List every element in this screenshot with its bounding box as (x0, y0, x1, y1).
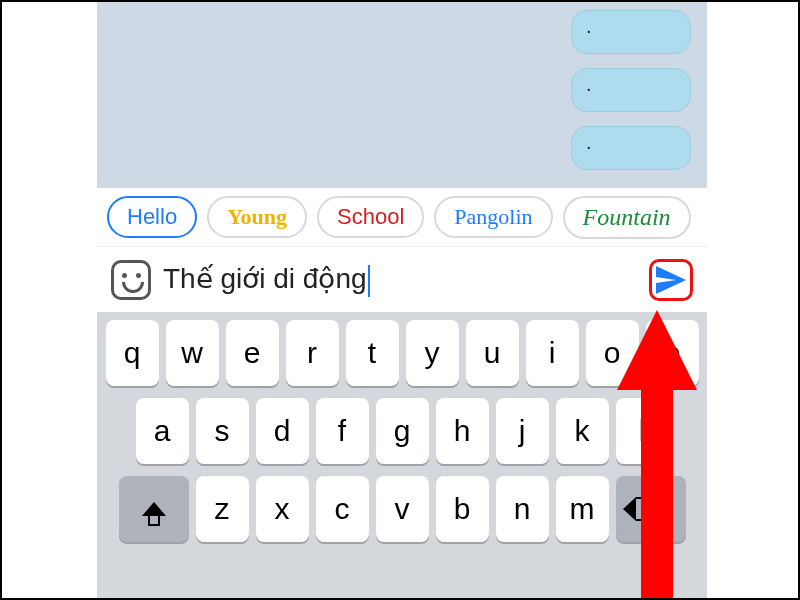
keyboard: q w e r t y u i o p a s d f g h j k l z … (97, 312, 707, 600)
key-z[interactable]: z (196, 476, 249, 542)
keyboard-row-3: z x c v b n m (101, 476, 703, 542)
key-v[interactable]: v (376, 476, 429, 542)
key-s[interactable]: s (196, 398, 249, 464)
backspace-icon (636, 497, 666, 521)
message-input[interactable]: Thế giới di động (163, 262, 637, 297)
input-text: Thế giới di động (163, 263, 367, 294)
key-q[interactable]: q (106, 320, 159, 386)
style-chip-fountain[interactable]: Fountain (563, 196, 691, 239)
key-t[interactable]: t (346, 320, 399, 386)
style-chip-hello[interactable]: Hello (107, 196, 197, 238)
message-bubble[interactable]: . (571, 68, 691, 112)
key-c[interactable]: c (316, 476, 369, 542)
key-f[interactable]: f (316, 398, 369, 464)
key-a[interactable]: a (136, 398, 189, 464)
text-cursor (368, 265, 370, 297)
message-input-bar: Thế giới di động (97, 246, 707, 312)
keyboard-row-1: q w e r t y u i o p (101, 320, 703, 386)
key-w[interactable]: w (166, 320, 219, 386)
key-e[interactable]: e (226, 320, 279, 386)
key-y[interactable]: y (406, 320, 459, 386)
key-l[interactable]: l (616, 398, 669, 464)
message-bubble[interactable]: . (571, 10, 691, 54)
key-r[interactable]: r (286, 320, 339, 386)
key-h[interactable]: h (436, 398, 489, 464)
key-g[interactable]: g (376, 398, 429, 464)
key-i[interactable]: i (526, 320, 579, 386)
emoji-icon[interactable] (111, 260, 151, 300)
send-button-highlight (649, 259, 693, 301)
key-backspace[interactable] (616, 476, 686, 542)
font-style-suggestions: Hello Young School Pangolin Fountain (97, 188, 707, 246)
key-m[interactable]: m (556, 476, 609, 542)
key-k[interactable]: k (556, 398, 609, 464)
style-chip-school[interactable]: School (317, 196, 424, 238)
key-d[interactable]: d (256, 398, 309, 464)
key-x[interactable]: x (256, 476, 309, 542)
key-b[interactable]: b (436, 476, 489, 542)
send-icon[interactable] (656, 266, 686, 294)
style-chip-pangolin[interactable]: Pangolin (434, 196, 552, 238)
keyboard-row-2: a s d f g h j k l (101, 398, 703, 464)
key-u[interactable]: u (466, 320, 519, 386)
phone-screen: . . . Hello Young School Pangolin Founta… (97, 2, 707, 600)
key-o[interactable]: o (586, 320, 639, 386)
key-shift[interactable] (119, 476, 189, 542)
message-bubble[interactable]: . (571, 126, 691, 170)
key-p[interactable]: p (646, 320, 699, 386)
chat-area: . . . (97, 2, 707, 188)
key-n[interactable]: n (496, 476, 549, 542)
style-chip-young[interactable]: Young (207, 196, 307, 238)
key-j[interactable]: j (496, 398, 549, 464)
shift-icon (142, 502, 166, 516)
